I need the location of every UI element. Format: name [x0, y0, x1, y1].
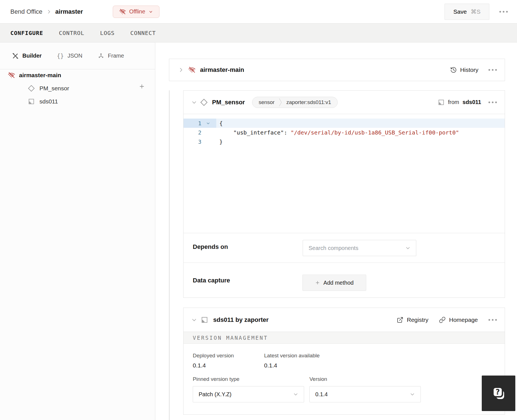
- pinned-version-select[interactable]: Patch (X.Y.Z): [193, 386, 304, 402]
- component-model-tag: zaporter:sds011:v1: [286, 99, 331, 105]
- chevron-down-icon: [149, 10, 153, 14]
- code-text: "usb_interface":"/dev/serial/by-id/usb-1…: [219, 129, 459, 136]
- code-line-3[interactable]: 3 }: [184, 137, 505, 146]
- tree-module-label: sds011: [39, 98, 58, 105]
- tree-part-label: airmaster-main: [19, 72, 61, 79]
- link-icon: [439, 317, 446, 323]
- breadcrumb-org[interactable]: Bend Office: [10, 8, 43, 15]
- registry-label: Registry: [407, 317, 428, 323]
- version-management-title: VERSION MANAGEMENT: [193, 335, 268, 341]
- wifi-off-icon: [119, 8, 126, 15]
- plus-icon: [315, 280, 320, 285]
- wifi-off-icon: [8, 72, 15, 79]
- component-card-menu[interactable]: [488, 102, 497, 103]
- history-button[interactable]: History: [450, 67, 478, 73]
- module-card-title: sds011 by zaporter: [213, 316, 269, 324]
- mode-frame[interactable]: Frame: [98, 53, 124, 59]
- tab-logs[interactable]: LOGS: [100, 30, 115, 36]
- pinned-version-value: Patch (X.Y.Z): [199, 391, 231, 398]
- help-chat-icon: ?: [490, 385, 507, 402]
- component-type-pill: sensor zaporter:sds011:v1: [252, 97, 337, 108]
- registry-link[interactable]: Registry: [397, 317, 428, 323]
- help-button[interactable]: ?: [482, 376, 515, 411]
- add-method-button[interactable]: Add method: [302, 275, 366, 291]
- topbar-overflow-menu[interactable]: [499, 11, 508, 13]
- history-icon: [450, 67, 457, 73]
- mode-frame-label: Frame: [108, 53, 124, 59]
- save-shortcut: ⌘S: [471, 8, 480, 15]
- frame-axes-icon: [98, 53, 104, 59]
- history-label: History: [460, 67, 478, 73]
- line-number: 3: [184, 138, 201, 145]
- part-card: airmaster-main History: [169, 59, 505, 81]
- from-module-group: from sds011: [438, 99, 481, 106]
- latest-version-field: Latest version available 0.1.4: [264, 353, 320, 369]
- component-card: PM_sensor sensor zaporter:sds011:v1 from…: [183, 90, 505, 298]
- latest-version-value: 0.1.4: [264, 362, 320, 369]
- chevron-right-icon[interactable]: [178, 67, 184, 73]
- code-line-2[interactable]: 2 "usb_interface":"/dev/serial/by-id/usb…: [184, 128, 505, 137]
- status-label: Offline: [129, 8, 145, 15]
- data-capture-section: Data capture Add method: [184, 263, 505, 298]
- depends-on-label: Depends on: [193, 243, 228, 251]
- component-type-tag: sensor: [258, 99, 274, 105]
- version-select[interactable]: 0.1.4: [309, 386, 421, 402]
- nesting-spine: [169, 90, 170, 420]
- tree-item-component[interactable]: PM_sensor: [0, 84, 155, 93]
- chevron-down-icon: [405, 246, 410, 251]
- tab-configure[interactable]: CONFIGURE: [10, 30, 43, 36]
- module-icon: [201, 316, 208, 324]
- code-json-key: "usb_interface": [233, 129, 284, 136]
- code-colon: :: [284, 129, 287, 136]
- chevron-down-icon: [410, 392, 415, 397]
- fold-chevron-icon[interactable]: [201, 121, 215, 125]
- version-value: 0.1.4: [315, 391, 328, 398]
- tab-control[interactable]: CONTROL: [59, 30, 84, 36]
- add-method-label: Add method: [323, 280, 354, 286]
- chevron-down-icon: [293, 392, 298, 397]
- chevron-down-icon[interactable]: [191, 100, 197, 105]
- version-label: Version: [309, 376, 421, 382]
- code-text: }: [219, 138, 223, 145]
- deployed-version-value: 0.1.4: [193, 362, 264, 369]
- main-tabs: CONFIGURE CONTROL LOGS CONNECT: [0, 23, 517, 43]
- external-link-icon: [397, 317, 403, 323]
- tools-icon: [12, 53, 19, 59]
- attributes-code-editor[interactable]: 1 { 2 "usb_interface":"/dev/serial/by-id…: [184, 114, 505, 233]
- module-icon: [438, 99, 445, 106]
- diamond-icon: [200, 99, 208, 106]
- component-tree: airmaster-main PM_sensor sds011: [0, 69, 155, 106]
- module-icon: [28, 98, 35, 105]
- mode-json[interactable]: {} JSON: [57, 53, 83, 59]
- pinned-version-label: Pinned version type: [193, 376, 304, 382]
- from-label: from: [448, 99, 459, 105]
- part-card-menu[interactable]: [488, 69, 497, 71]
- pinned-version-field: Pinned version type Patch (X.Y.Z): [193, 376, 304, 402]
- top-bar: Bend Office airmaster Offline Save ⌘S: [0, 0, 517, 23]
- version-management-content: Deployed version 0.1.4 Latest version av…: [184, 344, 505, 402]
- part-card-title: airmaster-main: [200, 66, 244, 74]
- tree-item-part[interactable]: airmaster-main: [0, 70, 155, 80]
- mode-builder[interactable]: Builder: [12, 53, 42, 59]
- tab-connect[interactable]: CONNECT: [130, 30, 156, 36]
- chevron-down-icon[interactable]: [191, 317, 197, 323]
- module-card-menu[interactable]: [488, 319, 497, 321]
- wifi-off-icon: [188, 66, 196, 74]
- from-module-name: sds011: [462, 99, 481, 105]
- code-line-1[interactable]: 1 {: [184, 119, 505, 128]
- save-button[interactable]: Save ⌘S: [445, 4, 489, 20]
- depends-on-select[interactable]: Search components: [303, 240, 416, 256]
- svg-text:?: ?: [495, 388, 500, 396]
- add-component-button[interactable]: [139, 83, 145, 89]
- tree-item-module[interactable]: sds011: [0, 97, 155, 106]
- config-main: airmaster-main History: [155, 43, 517, 420]
- homepage-link[interactable]: Homepage: [439, 317, 478, 323]
- line-number: 2: [184, 129, 201, 136]
- mode-json-label: JSON: [67, 53, 82, 59]
- tree-component-label: PM_sensor: [39, 85, 69, 92]
- machine-status-badge[interactable]: Offline: [113, 6, 159, 18]
- breadcrumb-machine: airmaster: [55, 8, 83, 15]
- latest-version-label: Latest version available: [264, 353, 320, 359]
- deployed-version-label: Deployed version: [193, 353, 264, 359]
- module-card: sds011 by zaporter Registry: [183, 308, 505, 415]
